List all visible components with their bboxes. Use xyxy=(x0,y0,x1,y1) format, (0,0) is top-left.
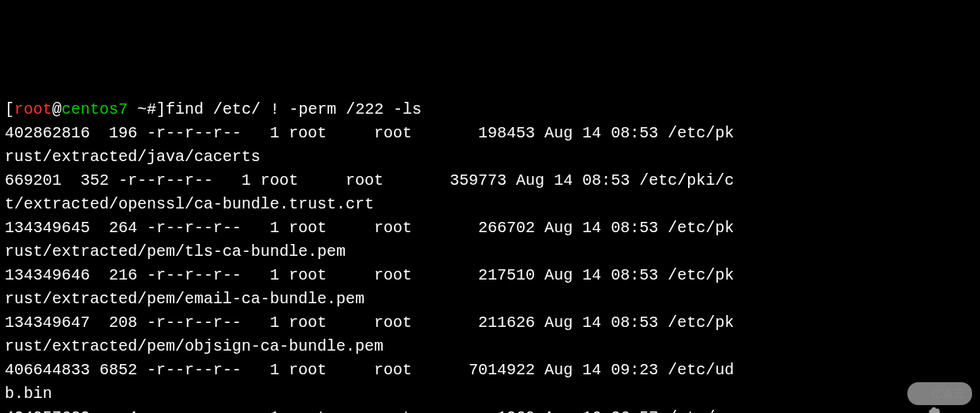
output-line: 402862816 196 -r--r--r-- 1 root root 198… xyxy=(5,122,975,145)
bracket-close: ] xyxy=(156,100,166,118)
output-line: b.bin xyxy=(5,382,975,406)
watermark-text: 亿速云 xyxy=(931,385,964,402)
output-line: 404957620 4 ---------- 1 root root 1069 … xyxy=(5,406,975,413)
watermark-badge: 亿速云 xyxy=(907,382,972,405)
output-line: 134349646 216 -r--r--r-- 1 root root 217… xyxy=(5,264,975,287)
bracket-open: [ xyxy=(5,100,14,118)
prompt-at: @ xyxy=(52,100,62,118)
output-line: rust/extracted/pem/email-ca-bundle.pem xyxy=(5,287,975,311)
output-line: 406644833 6852 -r--r--r-- 1 root root 70… xyxy=(5,359,975,382)
terminal-output[interactable]: [root@centos7 ~#]find /etc/ ! -perm /222… xyxy=(5,98,975,413)
command-text: find /etc/ ! -perm /222 -ls xyxy=(166,100,421,118)
output-line: rust/extracted/pem/tls-ca-bundle.pem xyxy=(5,240,975,264)
output-line: 134349647 208 -r--r--r-- 1 root root 211… xyxy=(5,311,975,335)
output-line: rust/extracted/pem/objsign-ca-bundle.pem xyxy=(5,335,975,359)
output-line: t/extracted/openssl/ca-bundle.trust.crt xyxy=(5,193,975,216)
prompt-tilde: ~# xyxy=(137,100,156,118)
prompt-host: centos7 xyxy=(62,100,128,118)
prompt-user: root xyxy=(14,100,52,118)
cloud-icon xyxy=(915,388,928,400)
output-line: 134349645 264 -r--r--r-- 1 root root 266… xyxy=(5,216,975,240)
output-line: rust/extracted/java/cacerts xyxy=(5,145,975,169)
prompt-line[interactable]: [root@centos7 ~#]find /etc/ ! -perm /222… xyxy=(5,98,975,122)
output-line: 669201 352 -r--r--r-- 1 root root 359773… xyxy=(5,169,975,193)
